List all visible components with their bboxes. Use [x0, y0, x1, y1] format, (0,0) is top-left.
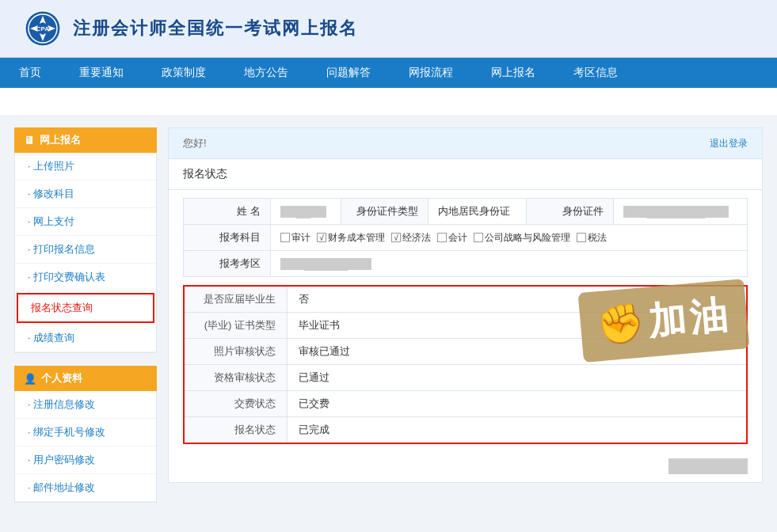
area-label: 报考考区 [184, 251, 271, 277]
navbar-item-重要通知[interactable]: 重要通知 [60, 58, 143, 88]
navbar-item-考区信息[interactable]: 考区信息 [554, 58, 637, 88]
photo-value: 审核已通过 [288, 339, 361, 364]
qualify-value: 已通过 [288, 365, 341, 390]
info-table: 姓 名 ██ 身份证件类型 内地居民身份证 身份证件 ████████ 报考科目 [183, 198, 748, 277]
sidebar-link-成绩查询[interactable]: · 成绩查询 [15, 325, 156, 352]
sidebar-link-绑定手机号修改[interactable]: · 绑定手机号修改 [15, 419, 156, 446]
payment-label: 交费状态 [185, 391, 288, 416]
subject-checkbox [577, 233, 586, 242]
table-row-area: 报考考区 ██████ [184, 251, 748, 277]
subject-checkbox [474, 233, 483, 242]
register-value: 已完成 [288, 417, 341, 443]
subject-checkbox [437, 233, 447, 242]
sidebar-link-注册信息修改[interactable]: · 注册信息修改 [15, 391, 156, 419]
main-content-container: 您好! 退出登录 报名状态 姓 名 ██ 身份证件类型 内地居民身份证 身份证件 [168, 127, 763, 515]
header-title: 注册会计师全国统一考试网上报名 [73, 17, 358, 40]
logout-link[interactable]: 退出登录 [710, 137, 748, 150]
sidebar-link-上传照片[interactable]: · 上传照片 [15, 153, 156, 180]
sidebar-section-title-online: 🖥 网上报名 [14, 127, 157, 153]
greeting-text: 您好! [183, 136, 207, 150]
status-row-graduate: 是否应届毕业生 否 [185, 287, 746, 313]
graduate-label: 是否应届毕业生 [185, 287, 288, 312]
status-row-qualify: 资格审核状态 已通过 [185, 365, 746, 391]
graduate-value: 否 [288, 287, 320, 312]
photo-label: 照片审核状态 [185, 339, 288, 364]
sidebar-section-profile: 👤 个人资料 · 注册信息修改· 绑定手机号修改· 用户密码修改· 邮件地址修改 [14, 366, 157, 503]
subject-item-经济法: √经济法 [391, 231, 431, 245]
name-value: ██ [271, 199, 341, 225]
sidebar-links-profile: · 注册信息修改· 绑定手机号修改· 用户密码修改· 邮件地址修改 [14, 391, 157, 503]
subjects-value: 审计√财务成本管理√经济法会计公司战略与风险管理税法 [271, 225, 748, 251]
search-bar [0, 88, 777, 116]
id-num-label: 身份证件 [526, 199, 613, 225]
person-icon: 👤 [24, 373, 36, 385]
subject-item-税法: 税法 [577, 231, 607, 245]
status-box: 是否应届毕业生 否 (毕业) 证书类型 毕业证书 照片审核状态 审核已通过 资格… [183, 285, 748, 444]
subject-item-审计: 审计 [280, 231, 310, 245]
subject-checkbox: √ [317, 233, 326, 242]
cert-type-value: 毕业证书 [288, 313, 351, 338]
qualify-label: 资格审核状态 [185, 365, 288, 390]
sidebar: 🖥 网上报名 · 上传照片· 修改科目· 网上支付· 打印报名信息· 打印交费确… [14, 127, 157, 515]
sidebar-link-修改科目[interactable]: · 修改科目 [15, 180, 156, 208]
bottom-masked [668, 458, 748, 474]
sidebar-link-邮件地址修改[interactable]: · 邮件地址修改 [15, 474, 156, 502]
navbar-item-政策制度[interactable]: 政策制度 [143, 58, 225, 88]
svg-text:CPA: CPA [36, 25, 50, 32]
id-num-value: ████████ [613, 199, 747, 225]
content-wrapper: 🖥 网上报名 · 上传照片· 修改科目· 网上支付· 打印报名信息· 打印交费确… [0, 116, 777, 526]
sidebar-link-打印交费确认表[interactable]: · 打印交费确认表 [15, 264, 156, 291]
sidebar-link-报名状态查询[interactable]: 报名状态查询 [17, 293, 154, 323]
navbar-item-网报流程[interactable]: 网报流程 [390, 58, 472, 88]
section-title: 报名状态 [169, 159, 762, 190]
payment-value: 已交费 [288, 391, 341, 416]
monitor-icon: 🖥 [24, 134, 35, 146]
status-row-register: 报名状态 已完成 [185, 417, 746, 443]
table-row-name: 姓 名 ██ 身份证件类型 内地居民身份证 身份证件 ████████ [184, 199, 748, 225]
status-row-cert: (毕业) 证书类型 毕业证书 [185, 313, 746, 339]
sidebar-link-打印报名信息[interactable]: · 打印报名信息 [15, 236, 156, 264]
id-type-label: 身份证件类型 [341, 199, 428, 225]
subject-item-公司战略与风险管理: 公司战略与风险管理 [474, 231, 570, 245]
subject-checkbox [280, 233, 290, 242]
subjects-container: 审计√财务成本管理√经济法会计公司战略与风险管理税法 [280, 231, 737, 245]
sidebar-section-online: 🖥 网上报名 · 上传照片· 修改科目· 网上支付· 打印报名信息· 打印交费确… [14, 127, 157, 353]
status-row-payment: 交费状态 已交费 [185, 391, 746, 417]
table-row-subjects: 报考科目 审计√财务成本管理√经济法会计公司战略与风险管理税法 [184, 225, 748, 251]
name-masked: ██ [280, 206, 326, 218]
navbar-item-问题解答[interactable]: 问题解答 [307, 58, 390, 88]
subject-item-会计: 会计 [437, 231, 467, 245]
name-label: 姓 名 [184, 199, 271, 225]
register-label: 报名状态 [185, 417, 288, 443]
subject-item-财务成本管理: √财务成本管理 [317, 231, 385, 245]
header-logo: CPA [24, 10, 62, 48]
navbar-item-首页[interactable]: 首页 [0, 58, 60, 88]
area-value: ██████ [271, 251, 748, 277]
cert-type-label: (毕业) 证书类型 [185, 313, 288, 338]
area-masked: ██████ [280, 258, 371, 270]
id-num-masked: ████████ [623, 206, 729, 218]
navbar-item-地方公告[interactable]: 地方公告 [225, 58, 307, 88]
header: CPA 注册会计师全国统一考试网上报名 [0, 0, 777, 58]
sidebar-link-网上支付[interactable]: · 网上支付 [15, 208, 156, 236]
bottom-bar [169, 450, 762, 482]
subjects-label: 报考科目 [184, 225, 271, 251]
navbar-item-网上报名[interactable]: 网上报名 [472, 58, 554, 88]
sidebar-link-用户密码修改[interactable]: · 用户密码修改 [15, 446, 156, 474]
sidebar-links-online: · 上传照片· 修改科目· 网上支付· 打印报名信息· 打印交费确认表报名状态查… [14, 153, 157, 353]
subject-checkbox: √ [391, 233, 401, 242]
main-content: 您好! 退出登录 报名状态 姓 名 ██ 身份证件类型 内地居民身份证 身份证件 [168, 127, 763, 483]
navbar: 首页重要通知政策制度地方公告问题解答网报流程网上报名考区信息 [0, 58, 777, 88]
id-type-value: 内地居民身份证 [428, 199, 526, 225]
sidebar-section-title-profile: 👤 个人资料 [14, 366, 157, 391]
greeting-bar: 您好! 退出登录 [169, 128, 762, 159]
status-row-photo: 照片审核状态 审核已通过 [185, 339, 746, 365]
